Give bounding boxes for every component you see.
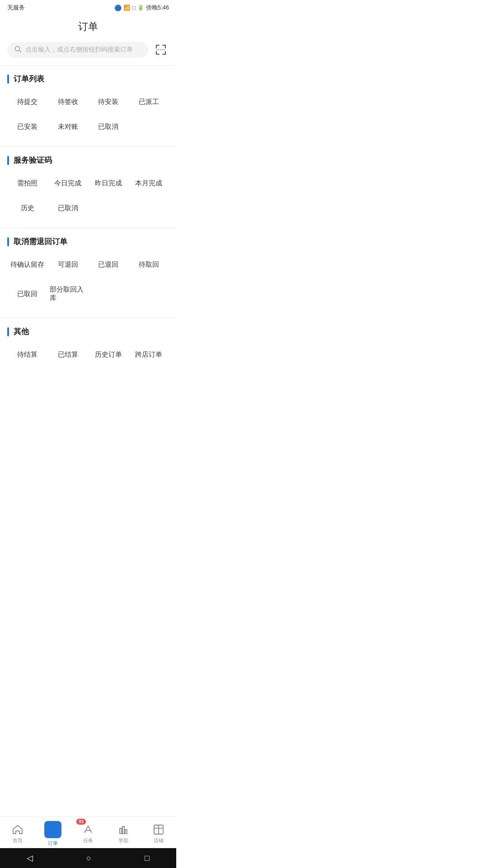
nav-item-academy[interactable]: 学院 xyxy=(106,817,141,848)
nav-item-store[interactable]: 店铺 xyxy=(141,817,176,848)
section-header-cancel-return: 取消需退回订单 xyxy=(7,228,169,254)
page-title: 订单 xyxy=(0,14,176,42)
grid-item-order-list-0[interactable]: 待提交 xyxy=(7,91,48,113)
status-bar: 无服务 🔵 📶 □ 🔋 傍晚5:46 xyxy=(0,0,176,14)
nav-item-order[interactable]: 订单 xyxy=(35,817,70,848)
items-grid-cancel-return: 待确认留存可退回已退回待取回已取回部分取回入库 xyxy=(7,254,169,309)
sim-icon: □ xyxy=(132,5,135,11)
grid-item-cancel-return-5[interactable]: 部分取回入库 xyxy=(48,279,89,309)
section-header-other: 其他 xyxy=(7,318,169,344)
grid-item-cancel-return-2[interactable]: 已退回 xyxy=(88,254,129,275)
task-badge: 93 xyxy=(76,819,86,825)
grid-item-order-list-6[interactable]: 已取消 xyxy=(88,116,129,137)
grid-item-other-1[interactable]: 已结算 xyxy=(48,344,89,365)
section-header-order-list: 订单列表 xyxy=(7,66,169,91)
grid-item-service-code-3[interactable]: 本月完成 xyxy=(129,173,169,194)
status-right: 🔵 📶 □ 🔋 傍晚5:46 xyxy=(114,4,169,12)
grid-item-order-list-5[interactable]: 未对账 xyxy=(48,116,89,137)
section-title-other: 其他 xyxy=(14,326,29,337)
nav-label-home: 首页 xyxy=(13,837,23,844)
search-icon xyxy=(14,46,22,54)
svg-line-1 xyxy=(19,50,21,52)
nav-item-home[interactable]: 首页 xyxy=(0,817,35,848)
section-title-order-list: 订单列表 xyxy=(14,74,44,84)
grid-item-service-code-1[interactable]: 今日完成 xyxy=(48,173,89,194)
scan-button[interactable] xyxy=(153,42,169,58)
nav-label-store: 店铺 xyxy=(154,837,164,844)
bottom-nav: 首页 订单 93 任务 学院 xyxy=(0,816,176,848)
nav-item-task[interactable]: 93 任务 xyxy=(70,817,106,848)
bluetooth-icon: 🔵 xyxy=(114,5,122,11)
search-placeholder: 点击输入，或点右侧按钮扫码搜索订单 xyxy=(25,46,133,54)
grid-item-service-code-4[interactable]: 历史 xyxy=(7,198,48,219)
search-bar: 点击输入，或点右侧按钮扫码搜索订单 xyxy=(0,42,176,65)
section-order-list: 订单列表 待提交待签收待安装已派工已安装未对账已取消 xyxy=(0,66,176,146)
back-button[interactable]: ◁ xyxy=(18,849,42,867)
grid-item-service-code-2[interactable]: 昨日完成 xyxy=(88,173,129,194)
grid-item-other-0[interactable]: 待结算 xyxy=(7,344,48,365)
grid-item-cancel-return-0[interactable]: 待确认留存 xyxy=(7,254,48,275)
signal-icon: 📶 xyxy=(123,5,130,11)
section-cancel-return: 取消需退回订单 待确认留存可退回已退回待取回已取回部分取回入库 xyxy=(0,228,176,318)
section-other: 其他 待结算已结算历史订单跨店订单 xyxy=(0,318,176,374)
grid-item-service-code-5[interactable]: 已取消 xyxy=(48,198,89,219)
grid-item-order-list-2[interactable]: 待安装 xyxy=(88,91,129,113)
grid-item-cancel-return-1[interactable]: 可退回 xyxy=(48,254,89,275)
section-title-service-code: 服务验证码 xyxy=(14,155,52,165)
system-nav: ◁ ○ □ xyxy=(0,848,176,868)
items-grid-other: 待结算已结算历史订单跨店订单 xyxy=(7,344,169,365)
items-grid-service-code: 需拍照今日完成昨日完成本月完成历史已取消 xyxy=(7,173,169,219)
grid-item-other-2[interactable]: 历史订单 xyxy=(88,344,129,365)
section-bar xyxy=(7,237,9,246)
section-bar xyxy=(7,75,9,84)
section-bar xyxy=(7,327,9,336)
section-header-service-code: 服务验证码 xyxy=(7,147,169,173)
status-no-service: 无服务 xyxy=(7,4,25,12)
search-input-container[interactable]: 点击输入，或点右侧按钮扫码搜索订单 xyxy=(7,42,148,58)
svg-rect-10 xyxy=(125,830,127,834)
svg-rect-9 xyxy=(122,826,124,834)
grid-item-order-list-3[interactable]: 已派工 xyxy=(129,91,169,113)
nav-label-order: 订单 xyxy=(48,840,58,847)
grid-item-other-3[interactable]: 跨店订单 xyxy=(129,344,169,365)
nav-label-academy: 学院 xyxy=(118,837,128,844)
time-display: 傍晚5:46 xyxy=(146,4,169,12)
grid-item-cancel-return-4[interactable]: 已取回 xyxy=(7,279,48,309)
svg-rect-8 xyxy=(120,828,122,834)
recent-button[interactable]: □ xyxy=(136,850,159,867)
section-service-code: 服务验证码 需拍照今日完成昨日完成本月完成历史已取消 xyxy=(0,147,176,228)
nav-label-task: 任务 xyxy=(83,837,93,844)
battery-icon: 🔋 xyxy=(137,5,144,11)
grid-item-order-list-1[interactable]: 待签收 xyxy=(48,91,89,113)
section-bar xyxy=(7,156,9,165)
home-button[interactable]: ○ xyxy=(77,850,100,867)
items-grid-order-list: 待提交待签收待安装已派工已安装未对账已取消 xyxy=(7,91,169,137)
grid-item-service-code-0[interactable]: 需拍照 xyxy=(7,173,48,194)
section-title-cancel-return: 取消需退回订单 xyxy=(14,236,67,247)
grid-item-cancel-return-3[interactable]: 待取回 xyxy=(129,254,169,275)
grid-item-order-list-4[interactable]: 已安装 xyxy=(7,116,48,137)
